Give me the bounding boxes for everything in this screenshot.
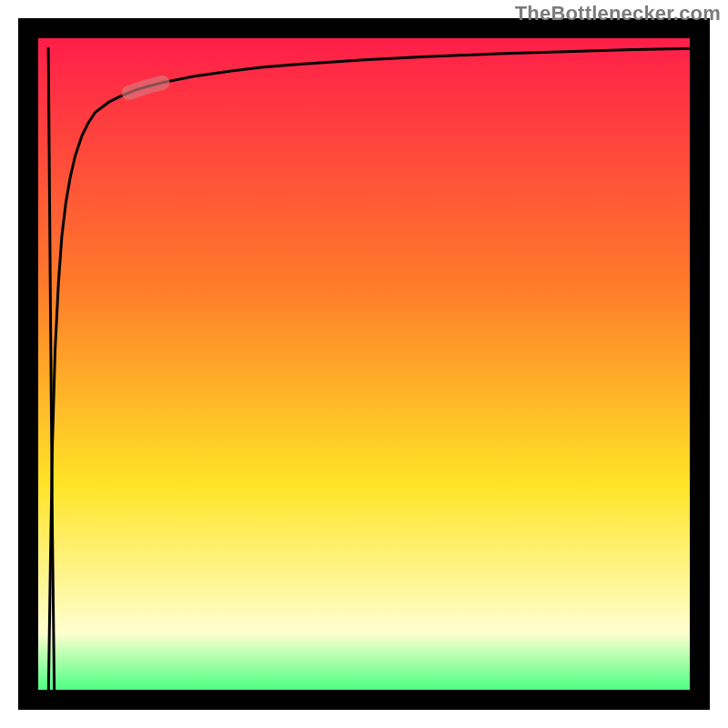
plot-background — [28, 28, 700, 700]
curve-marker — [129, 83, 163, 93]
watermark: TheBottlenecker.com — [515, 2, 721, 25]
chart-stage: TheBottlenecker.com — [0, 0, 728, 728]
chart-canvas — [0, 0, 728, 728]
